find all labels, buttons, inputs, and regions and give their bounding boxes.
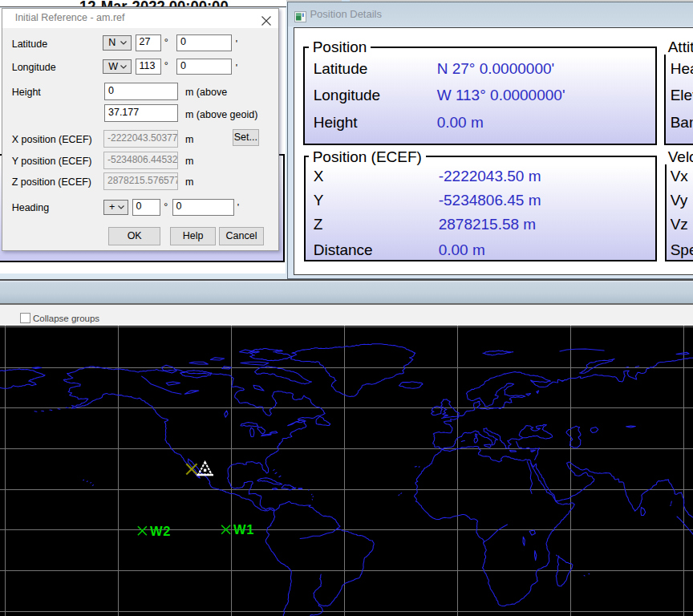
svg-text:W1: W1 (233, 522, 254, 537)
svg-text:W2: W2 (150, 523, 171, 537)
